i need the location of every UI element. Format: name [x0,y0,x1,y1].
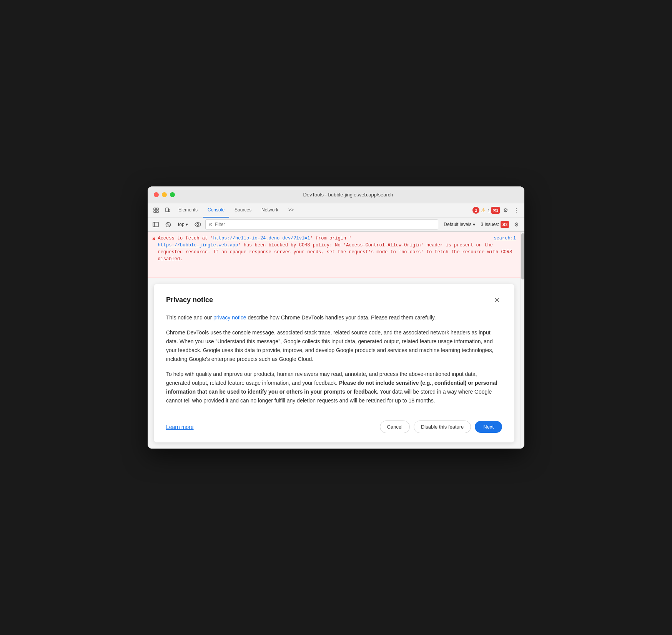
filter-icon: ⊘ [209,222,213,227]
default-levels-button[interactable]: Default levels ▾ [441,221,478,228]
svg-line-9 [166,223,170,226]
dropdown-arrow-icon: ▾ [186,222,188,227]
modal-paragraph-2: Chrome DevTools uses the console message… [166,328,502,364]
eye-icon[interactable] [193,219,203,229]
title-bar: DevTools - bubble-jingle.web.app/search [148,186,524,203]
cancel-button[interactable]: Cancel [380,421,410,433]
svg-rect-6 [153,222,158,227]
tab-console[interactable]: Console [203,203,229,218]
modal-paragraph-3: To help with quality and improve our pro… [166,370,502,405]
console-settings-icon[interactable]: ⚙ [511,219,521,229]
tab-elements[interactable]: Elements [174,203,202,218]
minimize-traffic-light[interactable] [162,192,167,197]
issues-count-badge: ✖ 3 [501,221,509,228]
warning-badge: ⚠ 1 [481,207,490,213]
modal-header: Privacy notice ✕ [166,295,502,306]
source-link[interactable]: search:1 [494,235,516,242]
close-modal-button[interactable]: ✕ [491,295,502,306]
modal-body: This notice and our privacy notice descr… [166,313,502,406]
console-error: ✖ Access to fetch at 'https://hello-io-2… [148,232,521,278]
error-badge: 2 [472,207,479,214]
footer-right: Cancel Disable this feature Next [380,421,502,433]
svg-rect-5 [168,209,170,212]
svg-point-10 [195,223,201,226]
disable-feature-button[interactable]: Disable this feature [414,421,471,433]
devtools-window: DevTools - bubble-jingle.web.app/search [148,186,524,449]
error-row: ✖ Access to fetch at 'https://hello-io-2… [152,235,516,263]
scrollbar-track[interactable] [521,232,524,449]
privacy-notice-link[interactable]: privacy notice [213,314,246,321]
privacy-notice-modal: Privacy notice ✕ This notice and our pri… [154,284,514,443]
window-title: DevTools - bubble-jingle.web.app/search [178,192,518,198]
svg-point-11 [197,224,199,226]
maximize-traffic-light[interactable] [170,192,175,197]
scrollbar-thumb[interactable] [521,233,524,279]
modal-footer: Learn more Cancel Disable this feature N… [166,414,502,433]
filter-input[interactable] [215,222,435,227]
footer-left: Learn more [166,424,194,431]
badge-group: 2 ⚠ 1 ✖3 [472,207,500,214]
error-message-text: Access to fetch at 'https://hello-io-24.… [158,235,516,263]
tab-sources[interactable]: Sources [230,203,256,218]
svg-rect-3 [156,211,158,213]
console-main: ✖ Access to fetch at 'https://hello-io-2… [148,232,521,449]
issues-badge: 3 Issues: ✖ 3 [481,221,509,228]
svg-rect-1 [156,208,158,210]
console-toolbar: top ▾ ⊘ Default levels ▾ 3 Issues: ✖ [148,218,524,232]
sidebar-toggle-icon[interactable] [151,219,161,229]
learn-more-link[interactable]: Learn more [166,424,194,430]
device-toolbar-icon[interactable] [162,205,173,216]
next-button[interactable]: Next [475,421,502,433]
modal-title: Privacy notice [166,296,213,304]
tab-more[interactable]: >> [284,203,298,218]
close-traffic-light[interactable] [154,192,159,197]
filter-box: ⊘ [205,219,439,229]
modal-overlay: Privacy notice ✕ This notice and our pri… [148,278,521,449]
modal-paragraph-1: This notice and our privacy notice descr… [166,313,502,322]
context-selector[interactable]: top ▾ [175,220,191,229]
more-options-button[interactable]: ⋮ [511,205,521,215]
svg-rect-4 [166,208,168,212]
svg-rect-2 [154,211,156,213]
tabs-bar: Elements Console Sources Network >> 2 ⚠ … [148,203,524,218]
console-area: ✖ Access to fetch at 'https://hello-io-2… [148,232,524,449]
svg-rect-0 [154,208,156,210]
origin-url-link[interactable]: https://bubble-jingle.web.app [158,243,238,248]
settings-button[interactable]: ⚙ [501,205,511,215]
issue-badge: ✖3 [491,207,500,214]
select-element-icon[interactable] [151,205,161,216]
levels-dropdown-icon: ▾ [473,222,475,227]
tab-network[interactable]: Network [257,203,283,218]
devtools-body: Elements Console Sources Network >> 2 ⚠ … [148,203,524,449]
clear-console-icon[interactable] [163,219,173,229]
error-url-link[interactable]: https://hello-io-24.deno.dev/?lvl=1 [213,236,310,241]
error-icon: ✖ [152,235,155,243]
